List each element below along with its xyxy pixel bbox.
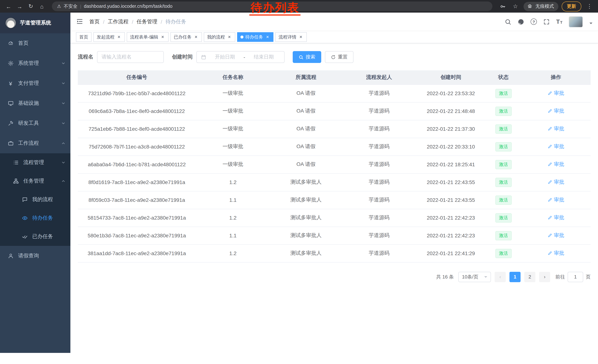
menu-label: 任务管理 <box>23 178 44 184</box>
gear-icon <box>8 60 14 66</box>
cell-actions: 审批 <box>521 138 590 155</box>
tab-done-tasks[interactable]: 已办任务 × <box>170 32 202 42</box>
approve-label: 审批 <box>554 197 564 203</box>
app-logo[interactable]: 芋道管理系统 <box>0 13 70 33</box>
menu-label: 系统管理 <box>18 60 39 67</box>
sidebar-item-my-process[interactable]: 我的流程 <box>0 190 70 209</box>
column-task-id: 任务编号 <box>78 70 196 84</box>
forward-icon[interactable]: → <box>15 1 25 11</box>
cell-process: OA 请假 <box>270 155 342 173</box>
cell-status: 激活 <box>485 84 521 102</box>
sidebar-item-leave-query[interactable]: 请假查询 <box>0 246 70 266</box>
date-range-input[interactable]: 开始日期 - 结束日期 <box>196 51 284 63</box>
approve-button[interactable]: 审批 <box>548 161 564 168</box>
briefcase-icon <box>8 140 14 146</box>
breadcrumb-task-management[interactable]: 任务管理 <box>137 18 158 25</box>
tab-home[interactable]: 首页 <box>76 32 91 42</box>
next-page-button[interactable]: › <box>539 272 550 282</box>
approve-label: 审批 <box>554 179 564 186</box>
sidebar-item-dev-tools[interactable]: 研发工具 <box>0 113 70 133</box>
fullscreen-icon[interactable] <box>543 18 550 25</box>
sidebar-toggle-icon[interactable] <box>76 18 84 26</box>
cell-status: 激活 <box>485 120 521 138</box>
tab-label: 首页 <box>79 34 88 40</box>
approve-button[interactable]: 审批 <box>548 197 564 203</box>
close-icon[interactable]: × <box>227 34 232 40</box>
goto-page-input[interactable]: 1 <box>568 272 583 282</box>
search-button[interactable]: 搜索 <box>293 51 321 63</box>
approve-button[interactable]: 审批 <box>548 179 564 186</box>
chevron-down-icon <box>61 61 66 65</box>
chevron-down-icon <box>61 101 66 105</box>
github-icon[interactable] <box>518 18 524 25</box>
close-icon[interactable]: × <box>116 34 122 40</box>
home-icon[interactable]: ⌂ <box>37 1 47 11</box>
breadcrumb-separator: / <box>103 19 105 25</box>
table-row: a6aba0a4-7b6d-11ec-b781-acde48001122 一级审… <box>78 155 590 173</box>
sidebar-item-workflow[interactable]: 工作流程 <box>0 133 70 153</box>
status-badge: 激活 <box>495 142 512 151</box>
breadcrumb-home[interactable]: 首页 <box>89 18 100 25</box>
sidebar-item-task-management[interactable]: 任务管理 <box>0 172 70 190</box>
search-icon[interactable] <box>505 18 511 25</box>
cell-task-name: 1.2 <box>196 173 270 191</box>
sidebar-item-todo-tasks[interactable]: 待办任务 <box>0 209 70 227</box>
font-size-icon[interactable]: TT <box>556 18 562 25</box>
back-icon[interactable]: ← <box>4 1 13 11</box>
cell-status: 激活 <box>485 138 521 155</box>
edit-pencil-icon <box>548 126 552 131</box>
close-icon[interactable]: × <box>193 34 199 40</box>
search-icon <box>299 55 303 59</box>
process-name-input[interactable]: 请输入流程名 <box>97 51 164 63</box>
approve-button[interactable]: 审批 <box>548 143 564 150</box>
status-badge: 激活 <box>495 106 512 116</box>
bookmark-star-icon[interactable]: ☆ <box>511 1 520 11</box>
update-button[interactable]: 更新 <box>562 1 581 11</box>
close-icon[interactable]: × <box>265 34 270 40</box>
sidebar-item-home[interactable]: 首页 <box>0 33 70 53</box>
approve-button[interactable]: 审批 <box>548 90 564 97</box>
approve-button[interactable]: 审批 <box>548 232 564 239</box>
avatar-dropdown-caret-icon[interactable] <box>590 22 592 25</box>
page-size-select[interactable]: 10条/页 <box>458 272 491 282</box>
column-status: 状态 <box>485 70 521 84</box>
approve-button[interactable]: 审批 <box>548 126 564 132</box>
page-button-1[interactable]: 1 <box>509 272 521 282</box>
browser-menu-icon[interactable]: ⋮ <box>585 1 594 11</box>
incognito-label: 无痕模式 <box>535 3 554 9</box>
tab-my-process[interactable]: 我的流程 × <box>204 32 235 42</box>
tab-process-form-edit[interactable]: 流程表单-编辑 × <box>127 32 169 42</box>
close-icon[interactable]: × <box>160 34 165 40</box>
page-button-2[interactable]: 2 <box>524 272 535 282</box>
tab-label: 发起流程 <box>97 34 115 40</box>
close-icon[interactable]: × <box>298 34 303 40</box>
user-avatar[interactable] <box>569 16 583 27</box>
prev-page-button[interactable]: ‹ <box>495 272 506 282</box>
tab-label: 流程表单-编辑 <box>130 34 158 40</box>
sidebar-item-payment-management[interactable]: ¥ 支付管理 <box>0 73 70 93</box>
sidebar-item-done-tasks[interactable]: 已办任务 <box>0 227 70 246</box>
table-row: 069c6a63-7b8a-11ec-8ef0-acde48001122 一级审… <box>78 102 590 120</box>
cell-actions: 审批 <box>521 173 590 191</box>
cell-status: 激活 <box>485 173 521 191</box>
incognito-icon <box>527 3 533 9</box>
tab-todo-tasks[interactable]: 待办任务 × <box>237 32 274 42</box>
refresh-icon[interactable]: ↻ <box>26 1 36 11</box>
tab-initiate-process[interactable]: 发起流程 × <box>93 32 125 42</box>
not-secure-icon: ⚠ <box>57 4 61 9</box>
table-row: 75d72608-7b7f-11ec-a3c8-acde48001122 一级审… <box>78 138 590 155</box>
cell-initiator: 芋道源码 <box>342 84 416 102</box>
sidebar-item-infrastructure[interactable]: 基础设施 <box>0 93 70 113</box>
password-key-icon[interactable] <box>498 1 507 11</box>
reset-button[interactable]: 重置 <box>325 51 353 63</box>
help-icon[interactable]: ? <box>531 18 537 25</box>
sidebar-item-system-management[interactable]: 系统管理 <box>0 53 70 73</box>
active-tab-dot <box>241 36 243 39</box>
approve-button[interactable]: 审批 <box>548 214 564 221</box>
tab-process-detail[interactable]: 流程详情 × <box>275 32 307 42</box>
breadcrumb-workflow[interactable]: 工作流程 <box>108 18 129 25</box>
approve-button[interactable]: 审批 <box>548 250 564 257</box>
sidebar-item-process-management[interactable]: 流程管理 <box>0 153 70 172</box>
approve-button[interactable]: 审批 <box>548 108 564 114</box>
cell-created: 2022-01-21 22:43:55 <box>416 191 486 209</box>
